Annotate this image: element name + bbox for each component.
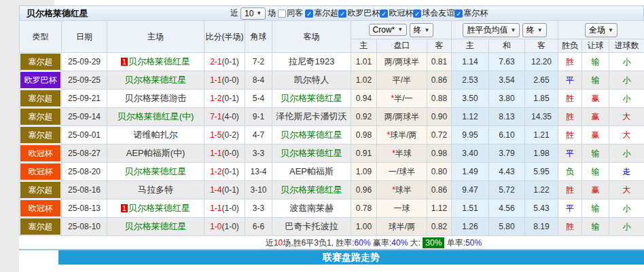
corner-cell: 3-3 bbox=[245, 199, 272, 218]
col-header-handicap-result: 让球 bbox=[582, 39, 609, 53]
result-cell: 胜 bbox=[558, 126, 582, 144]
score-cell: 2-1(0-1) bbox=[204, 53, 245, 71]
odds-state-select[interactable]: 终 ▼ bbox=[410, 23, 434, 37]
odds-company-select[interactable]: Crow* ▼ bbox=[369, 24, 408, 36]
league-filter[interactable]: ✓球会友谊 bbox=[413, 7, 454, 19]
mean-away-cell: 14.35 bbox=[525, 108, 558, 126]
result-cell: 赢 bbox=[582, 108, 609, 126]
match-history-table: 类型 日期 主场 比分(半场) 角球 客场 Crow* ▼ 终 ▼ bbox=[19, 20, 644, 236]
date-cell: 25-09-01 bbox=[62, 126, 107, 144]
checkbox-icon[interactable]: ✓ bbox=[380, 9, 388, 18]
result-cell: 胜 bbox=[558, 90, 582, 108]
odds-group-header: Crow* ▼ 终 ▼ bbox=[351, 21, 452, 39]
away-team-cell: 贝尔格莱德红星 bbox=[272, 181, 351, 199]
league-filter[interactable]: ✓塞尔超 bbox=[305, 7, 338, 19]
corner-cell: 8-4 bbox=[245, 71, 272, 90]
date-cell: 25-08-10 bbox=[62, 218, 107, 236]
corner-cell: 3-3 bbox=[245, 144, 272, 163]
same-venue-filter[interactable]: 同客 bbox=[278, 7, 303, 19]
league-type-cell: 塞尔超 bbox=[20, 126, 62, 144]
table-row: 欧冠杯25-08-131贝尔格莱德红星1-1(1-0)3-3波兹南莱赫0.78一… bbox=[20, 199, 644, 218]
corner-cell: 4-7 bbox=[245, 126, 272, 144]
home-odds-cell: 0.91 bbox=[351, 144, 377, 163]
away-odds-cell: 0.82 bbox=[427, 218, 452, 236]
header-group-row: 类型 日期 主场 比分(半场) 角球 客场 Crow* ▼ 终 ▼ bbox=[20, 21, 644, 39]
col-header-away: 客场 bbox=[272, 21, 351, 53]
score-cell: 1-2(0-1) bbox=[204, 163, 245, 181]
league-filter[interactable]: ✓塞尔杯 bbox=[454, 7, 488, 19]
table-row: 塞尔超25-09-21贝尔格莱德游击1-2(0-1)5-4贝尔格莱德红星0.94… bbox=[20, 90, 644, 108]
chevron-down-icon: ▼ bbox=[425, 27, 430, 33]
date-cell: 25-09-25 bbox=[62, 71, 107, 90]
handicap-cell: *半球 bbox=[377, 144, 427, 163]
checkbox-icon[interactable] bbox=[278, 9, 286, 18]
home-team-cell: 马拉多特 bbox=[107, 181, 204, 199]
checkbox-icon[interactable]: ✓ bbox=[305, 9, 313, 18]
checkbox-icon[interactable]: ✓ bbox=[454, 9, 463, 18]
checkbox-icon[interactable]: ✓ bbox=[413, 9, 421, 18]
league-trend-bar[interactable]: 联赛盘路走势 bbox=[58, 250, 644, 265]
score-cell: 1-1(1-0) bbox=[204, 199, 245, 218]
home-odds-cell: 1.00 bbox=[351, 218, 377, 236]
mean-draw-cell: 4.43 bbox=[489, 163, 525, 181]
mean-home-cell: 9.95 bbox=[452, 126, 489, 144]
mean-type-select[interactable]: 胜平负均值 ▼ bbox=[463, 23, 520, 37]
summary-segment: 近 bbox=[266, 238, 274, 248]
home-team-cell: 贝尔格莱德红星 bbox=[107, 71, 204, 90]
corner-cell: 13-4 bbox=[245, 163, 272, 181]
checkbox-icon[interactable]: ✓ bbox=[338, 9, 346, 18]
mean-home-cell: 1.49 bbox=[452, 163, 489, 181]
date-cell: 25-08-16 bbox=[62, 181, 107, 199]
summary-segment: 单率: bbox=[444, 238, 465, 248]
result-cell: 胜 bbox=[558, 218, 582, 236]
result-cell: 平 bbox=[558, 199, 582, 218]
chevron-down-icon: ▼ bbox=[510, 27, 516, 33]
away-team-cell: AEP帕福斯 bbox=[272, 163, 351, 181]
home-odds-cell: 0.94 bbox=[351, 90, 377, 108]
mean-away-cell: 2.65 bbox=[525, 71, 558, 90]
summary-segment: 场,胜6平3负1, 胜率: bbox=[283, 238, 354, 248]
league-filters: ✓塞尔超✓欧罗巴杯✓欧冠杯✓球会友谊✓塞尔杯 bbox=[305, 7, 488, 19]
handicap-cell: 一/球半 bbox=[377, 163, 427, 181]
league-type-cell: 欧冠杯 bbox=[20, 199, 62, 218]
league-filter[interactable]: ✓欧罗巴杯 bbox=[338, 7, 380, 19]
table-row: 塞尔超25-08-10贝尔格莱德红星1-0(1-0)6-6巴奇卡托波拉1.00球… bbox=[20, 218, 644, 236]
mean-home-cell: 1.12 bbox=[452, 108, 489, 126]
away-odds-cell: 0.90 bbox=[427, 108, 452, 126]
result-cell: 赢 bbox=[582, 90, 609, 108]
corner-cell: 9-1 bbox=[245, 108, 272, 126]
mean-draw-cell: 6.10 bbox=[489, 126, 525, 144]
score-cell: 1-0(1-0) bbox=[204, 218, 245, 236]
table-body: 塞尔超25-09-291贝尔格莱德红星2-1(0-1)7-2拉尼奇19231.0… bbox=[20, 53, 644, 236]
away-odds-cell: 0.86 bbox=[427, 181, 452, 199]
result-cell: 输 bbox=[582, 71, 609, 90]
col-header-goals: 进球数 bbox=[609, 39, 644, 53]
score-cell: 1-1(0-0) bbox=[204, 71, 245, 90]
result-cell: 平 bbox=[558, 144, 582, 163]
mean-draw-cell: 4.56 bbox=[489, 199, 525, 218]
rank-badge: 1 bbox=[121, 58, 128, 66]
home-team-cell: 贝尔格莱德游击 bbox=[107, 90, 204, 108]
away-odds-cell: 0.80 bbox=[427, 163, 452, 181]
recent-label: 近 bbox=[230, 7, 238, 19]
mean-home-cell: 9.47 bbox=[452, 181, 489, 199]
summary-segment: 60% bbox=[355, 238, 371, 248]
col-header-mean-draw: 和 bbox=[489, 39, 525, 53]
date-cell: 25-09-14 bbox=[62, 108, 107, 126]
date-cell: 25-09-29 bbox=[62, 53, 107, 71]
mean-away-cell: 8.19 bbox=[525, 218, 558, 236]
mean-draw-cell: 7.63 bbox=[489, 53, 525, 71]
col-header-mean-away: 客 bbox=[525, 39, 558, 53]
home-team-cell: 1贝尔格莱德红星 bbox=[107, 53, 204, 71]
result-cell: 小 bbox=[609, 90, 644, 108]
home-odds-cell: 0.92 bbox=[351, 108, 377, 126]
scope-select[interactable]: 全场 ▼ bbox=[585, 23, 618, 37]
recent-count-select[interactable]: 10 ▼ bbox=[240, 7, 266, 20]
mean-state-select[interactable]: 终 ▼ bbox=[522, 23, 547, 37]
table-row: 欧罗巴杯25-09-25贝尔格莱德红星1-1(0-0)8-4凯尔特人1.02平/… bbox=[20, 71, 644, 90]
mean-away-cell: 12.20 bbox=[525, 53, 558, 71]
handicap-cell: 一球 bbox=[377, 199, 427, 218]
score-cell: 1-5(0-2) bbox=[204, 126, 245, 144]
handicap-cell: 两/两球半 bbox=[377, 53, 427, 71]
league-filter[interactable]: ✓欧冠杯 bbox=[380, 7, 413, 19]
